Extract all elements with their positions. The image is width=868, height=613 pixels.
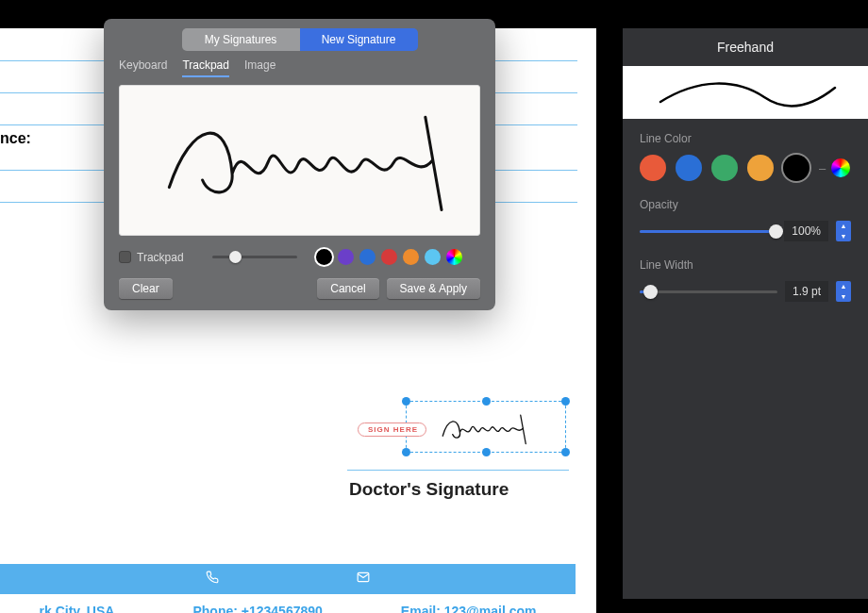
swatch-purple[interactable] <box>338 249 354 265</box>
panel-title: Freehand <box>623 28 868 66</box>
phone-icon <box>206 571 219 588</box>
stroke-preview <box>623 66 868 119</box>
field-label: nce: <box>0 130 31 147</box>
chevron-up-icon: ▲ <box>836 221 851 231</box>
color-green[interactable] <box>711 155 738 181</box>
drawn-signature <box>120 86 479 235</box>
resize-handle-sw[interactable] <box>402 448 410 456</box>
signature-selection-box[interactable]: SIGN HERE <box>406 401 566 453</box>
line-width-label: Line Width <box>640 258 851 272</box>
color-amber[interactable] <box>747 155 774 181</box>
document-footer-text: rk City, USA Phone: +1234567890 Email: 1… <box>0 598 576 613</box>
chevron-down-icon: ▼ <box>836 231 851 241</box>
checkbox-icon <box>119 251 131 263</box>
slider-thumb[interactable] <box>229 251 242 263</box>
cancel-button[interactable]: Cancel <box>317 278 378 299</box>
footer-phone: Phone: +1234567890 <box>192 598 322 613</box>
swatch-black[interactable] <box>316 249 332 265</box>
modal-tabs: Keyboard Trackpad Image <box>104 51 495 81</box>
tab-trackpad[interactable]: Trackpad <box>182 58 229 77</box>
swatch-lightblue[interactable] <box>425 249 441 265</box>
footer-location: rk City, USA <box>40 598 115 613</box>
chevron-down-icon: ▼ <box>836 291 851 302</box>
resize-handle-nw[interactable] <box>402 397 410 406</box>
signature-modal: My Signatures New Signature Keyboard Tra… <box>104 19 495 310</box>
line-width-stepper[interactable]: ▲▼ <box>836 281 851 302</box>
swatch-custom-color[interactable] <box>446 249 462 265</box>
trackpad-label: Trackpad <box>137 251 184 264</box>
resize-handle-se[interactable] <box>561 448 570 456</box>
opacity-value: 100% <box>784 221 828 241</box>
segment-new-signature[interactable]: New Signature <box>300 28 418 51</box>
resize-handle-ne[interactable] <box>561 397 570 406</box>
color-swatch-row <box>316 249 462 265</box>
opacity-stepper[interactable]: ▲▼ <box>836 221 851 241</box>
placed-signature <box>412 407 561 449</box>
stroke-width-slider[interactable] <box>212 256 297 258</box>
line-width-value: 1.9 pt <box>785 281 828 302</box>
color-black[interactable] <box>783 155 810 181</box>
resize-handle-s[interactable] <box>482 448 491 456</box>
line-color-label: Line Color <box>640 132 851 145</box>
modal-segment-control: My Signatures New Signature <box>182 28 418 51</box>
line-width-slider[interactable] <box>640 290 777 293</box>
footer-email: Email: 123@mail.com <box>401 598 537 613</box>
swatch-red[interactable] <box>381 249 397 265</box>
color-orange-red[interactable] <box>640 155 666 181</box>
chevron-up-icon: ▲ <box>836 281 851 291</box>
line-color-swatches: – <box>640 155 851 181</box>
save-apply-button[interactable]: Save & Apply <box>387 278 480 299</box>
trackpad-checkbox[interactable]: Trackpad <box>119 251 184 264</box>
segment-my-signatures[interactable]: My Signatures <box>182 28 300 51</box>
line-width-thumb[interactable] <box>643 285 658 299</box>
opacity-thumb[interactable] <box>769 224 783 239</box>
opacity-label: Opacity <box>640 198 851 211</box>
clear-button[interactable]: Clear <box>119 278 173 299</box>
tab-keyboard[interactable]: Keyboard <box>119 58 167 77</box>
swatch-blue[interactable] <box>359 249 376 265</box>
email-icon <box>356 571 371 588</box>
tab-image[interactable]: Image <box>244 58 275 77</box>
signature-underline <box>347 470 569 471</box>
swatch-orange[interactable] <box>403 249 419 265</box>
color-picker-icon[interactable] <box>831 158 850 177</box>
opacity-slider[interactable] <box>640 230 776 233</box>
resize-handle-n[interactable] <box>482 397 491 406</box>
document-footer-bar <box>0 564 576 594</box>
signature-drawing-canvas[interactable] <box>119 85 480 236</box>
signature-caption: Doctor's Signature <box>349 479 509 500</box>
color-blue[interactable] <box>676 155 702 181</box>
freehand-side-panel: Freehand Line Color – Opacity 100% ▲▼ Li… <box>623 28 868 599</box>
